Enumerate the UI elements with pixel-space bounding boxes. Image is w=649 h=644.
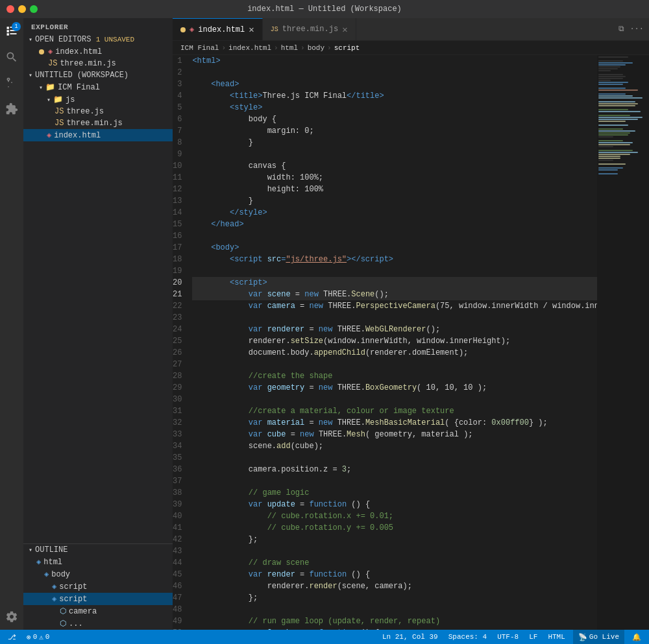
status-notifications[interactable]: 🔔 <box>630 630 644 644</box>
open-file-three-min[interactable]: JS three.min.js <box>23 58 173 69</box>
error-icon: ⊗ <box>27 633 31 641</box>
code-line-41: // cube.rotation.y += 0.005 <box>192 522 597 534</box>
ln-6: 6 <box>173 113 187 125</box>
maximize-button[interactable] <box>30 5 38 13</box>
outline-header[interactable]: ▾ OUTLINE <box>23 544 173 556</box>
code-line-34: scene.add(cube); <box>192 440 597 452</box>
activity-settings[interactable] <box>4 609 19 625</box>
spaces-text: Spaces: 4 <box>448 633 487 641</box>
breadcrumb-icm[interactable]: ICM Final <box>180 44 219 52</box>
outline-html-icon: ◈ <box>36 557 41 567</box>
breadcrumb-html[interactable]: html <box>281 44 298 52</box>
code-line-4: <title>Three.js ICM Final</title> <box>192 90 597 102</box>
status-encoding[interactable]: UTF-8 <box>495 630 521 644</box>
mini-line-28 <box>598 109 628 110</box>
code-line-19 <box>192 265 597 277</box>
outline-body[interactable]: ◈ body <box>23 568 173 580</box>
mini-line-36 <box>598 125 628 126</box>
outline-section: ▾ OUTLINE ◈ html ◈ body ◈ script ◈ scrip… <box>23 543 173 630</box>
tab-three-min[interactable]: JS three.min.js ✕ <box>263 18 356 40</box>
code-line-33: var cube = new THREE.Mesh( geometry, mat… <box>192 429 597 440</box>
mini-line-39 <box>598 130 635 132</box>
ln-50: 50 <box>173 627 187 630</box>
folder-js-name: js <box>66 95 75 104</box>
tab-close-three[interactable]: ✕ <box>342 24 347 35</box>
mini-line-24 <box>598 101 635 102</box>
ln-28: 28 <box>173 370 187 382</box>
minimap[interactable] <box>597 55 649 630</box>
file-explorer: ▾ UNTITLED (WORKSPACE) ▾ 📁 ICM Final ▾ 📁… <box>23 69 173 543</box>
code-line-16 <box>192 230 597 242</box>
outline-script2-label: script <box>59 595 87 604</box>
ln-44: 44 <box>173 557 187 569</box>
dirty-dot <box>180 27 186 32</box>
code-line-15: </head> <box>192 219 597 230</box>
mini-line-50 <box>598 152 638 153</box>
more-actions-icon[interactable]: ··· <box>630 25 644 34</box>
split-editor-icon[interactable]: ⧉ <box>618 25 624 34</box>
code-line-44: // draw scene <box>192 557 597 569</box>
status-position[interactable]: Ln 21, Col 39 <box>380 630 441 644</box>
ln-36: 36 <box>173 464 187 475</box>
folder-chevron: ▾ <box>39 84 43 91</box>
outline-html[interactable]: ◈ html <box>23 556 173 568</box>
outline-camera[interactable]: ⬡ camera <box>23 605 173 617</box>
status-branch[interactable]: ⎇ <box>5 630 19 644</box>
mini-line-14 <box>598 82 628 83</box>
breadcrumb-body[interactable]: body <box>308 44 324 52</box>
mini-line-59 <box>598 169 618 171</box>
file-three-js[interactable]: JS three.js <box>23 106 173 117</box>
window-controls[interactable] <box>6 5 38 13</box>
code-line-49: // run game loop (update, render, repeat… <box>192 615 597 627</box>
outline-script-2[interactable]: ◈ script <box>23 593 173 605</box>
folder-js[interactable]: ▾ 📁 js <box>23 93 173 106</box>
outline-script-1[interactable]: ◈ script <box>23 580 173 593</box>
outline-more[interactable]: ⬡ ... <box>23 617 173 630</box>
open-file-index-html[interactable]: ◈ index.html <box>23 45 173 58</box>
outline-script1-label: script <box>59 582 87 591</box>
folder-icm-final[interactable]: ▾ 📁 ICM Final <box>23 81 173 93</box>
close-button[interactable] <box>6 5 14 13</box>
status-errors[interactable]: ⊗ 0 ⚠ 0 <box>24 630 52 644</box>
html-icon-index: ◈ <box>47 130 51 140</box>
code-line-30 <box>192 394 597 405</box>
status-go-live[interactable]: 📡 Go Live <box>573 630 624 644</box>
file-three-min-js[interactable]: JS three.min.js <box>23 117 173 129</box>
ln-27: 27 <box>173 359 187 370</box>
code-line-22: var camera = new THREE.PerspectiveCamera… <box>192 300 597 312</box>
status-language[interactable]: HTML <box>545 630 567 644</box>
status-spaces[interactable]: Spaces: 4 <box>446 630 489 644</box>
breadcrumb-script[interactable]: script <box>334 44 360 52</box>
tab-close-index[interactable]: ✕ <box>249 24 254 35</box>
file-index-html[interactable]: ◈ index.html <box>23 129 173 141</box>
ln-13: 13 <box>173 195 187 207</box>
code-editor[interactable]: <html> <head> <title>Three.js ICM Final<… <box>187 55 597 630</box>
folder-js-icon: 📁 <box>53 95 63 104</box>
mini-line-54 <box>598 160 613 161</box>
code-line-31: //create a material, colour or image tex… <box>192 405 597 417</box>
ln-46: 46 <box>173 580 187 592</box>
mini-line-49 <box>598 150 633 151</box>
ln-3: 3 <box>173 78 187 90</box>
ln-10: 10 <box>173 160 187 172</box>
breadcrumb-file[interactable]: index.html <box>228 44 271 52</box>
code-line-1: <html> <box>192 55 597 67</box>
activity-source-control[interactable] <box>4 75 19 91</box>
status-line-ending[interactable]: LF <box>526 630 540 644</box>
code-line-12: height: 100% <box>192 184 597 195</box>
activity-explorer[interactable] <box>4 23 19 39</box>
ln-29: 29 <box>173 382 187 394</box>
workspace-header[interactable]: ▾ UNTITLED (WORKSPACE) <box>23 69 173 81</box>
ln-8: 8 <box>173 137 187 149</box>
minimize-button[interactable] <box>18 5 26 13</box>
js-icon: JS <box>48 59 57 68</box>
mini-line-42 <box>598 136 613 137</box>
folder-name: ICM Final <box>58 83 100 92</box>
code-line-7: margin: 0; <box>192 125 597 137</box>
tab-index-html[interactable]: ◈ index.html ✕ <box>173 18 263 40</box>
activity-extensions[interactable] <box>4 101 19 117</box>
mini-line-31 <box>598 115 630 116</box>
ln-45: 45 <box>173 569 187 580</box>
activity-search[interactable] <box>4 49 19 65</box>
open-editors-header[interactable]: ▾ OPEN EDITORS 1 UNSAVED <box>23 34 173 45</box>
